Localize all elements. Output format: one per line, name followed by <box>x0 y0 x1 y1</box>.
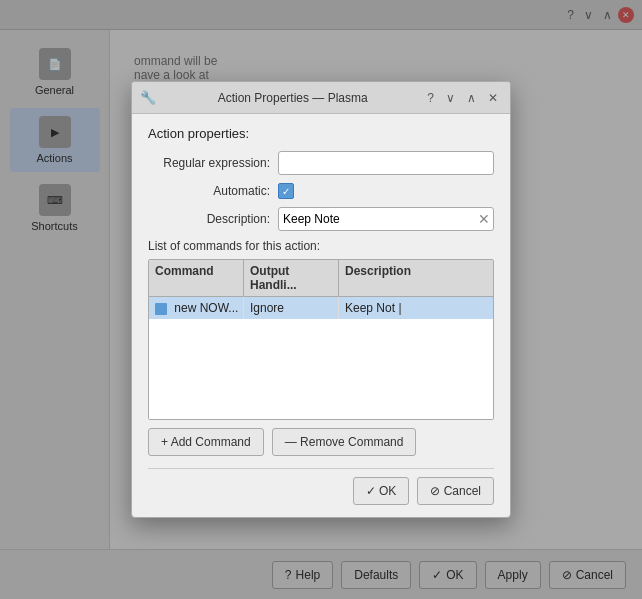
add-command-label: + Add Command <box>161 435 251 449</box>
dialog-ok-button[interactable]: ✓ OK <box>353 477 410 505</box>
add-command-button[interactable]: + Add Command <box>148 428 264 456</box>
description-input[interactable] <box>278 207 494 231</box>
table-empty-area <box>149 319 493 419</box>
column-header-command: Command <box>149 260 244 296</box>
action-buttons: + Add Command — Remove Command <box>148 428 494 456</box>
dialog-buttons: ✓ OK ⊘ Cancel <box>148 468 494 505</box>
dialog-cancel-label: ⊘ Cancel <box>430 484 481 498</box>
description-wrapper: ✕ <box>278 207 494 231</box>
dialog-cancel-button[interactable]: ⊘ Cancel <box>417 477 494 505</box>
automatic-label: Automatic: <box>148 184 278 198</box>
modal-overlay: 🔧 Action Properties — Plasma ? ∨ ∧ ✕ Act… <box>0 0 642 599</box>
modal-dialog: 🔧 Action Properties — Plasma ? ∨ ∧ ✕ Act… <box>131 81 511 518</box>
command-table: Command Output Handli... Description new… <box>148 259 494 420</box>
regular-expression-input[interactable] <box>278 151 494 175</box>
description-clear-button[interactable]: ✕ <box>478 211 490 227</box>
regular-expression-label: Regular expression: <box>148 156 278 170</box>
table-row[interactable]: new NOW... Ignore Keep Not | Double-clic… <box>149 297 493 319</box>
modal-controls: ? ∨ ∧ ✕ <box>423 89 502 107</box>
dialog-ok-label: ✓ OK <box>366 484 397 498</box>
row-icon <box>155 303 167 315</box>
description-label: Description: <box>148 212 278 226</box>
list-section-label: List of commands for this action: <box>148 239 494 253</box>
regular-expression-row: Regular expression: <box>148 151 494 175</box>
modal-titlebar: 🔧 Action Properties — Plasma ? ∨ ∧ ✕ <box>132 82 510 114</box>
modal-maximize-button[interactable]: ∧ <box>463 89 480 107</box>
automatic-row: Automatic: ✓ <box>148 183 494 199</box>
modal-icon: 🔧 <box>140 90 156 106</box>
column-header-description: Description <box>339 260 493 296</box>
modal-help-button[interactable]: ? <box>423 89 438 107</box>
remove-command-button[interactable]: — Remove Command <box>272 428 417 456</box>
modal-title: Action Properties — Plasma <box>162 91 423 105</box>
remove-command-label: — Remove Command <box>285 435 404 449</box>
description-row: Description: ✕ <box>148 207 494 231</box>
cell-command: new NOW... <box>149 297 244 319</box>
action-properties-label: Action properties: <box>148 126 494 141</box>
automatic-checkbox[interactable]: ✓ <box>278 183 294 199</box>
modal-body: Action properties: Regular expression: A… <box>132 114 510 517</box>
column-header-output: Output Handli... <box>244 260 339 296</box>
cell-description: Keep Not | Double-click an item to edit <box>339 297 493 319</box>
cell-output: Ignore <box>244 297 339 319</box>
modal-minimize-button[interactable]: ∨ <box>442 89 459 107</box>
table-header: Command Output Handli... Description <box>149 260 493 297</box>
modal-close-button[interactable]: ✕ <box>484 89 502 107</box>
checkbox-check-icon: ✓ <box>282 186 290 197</box>
